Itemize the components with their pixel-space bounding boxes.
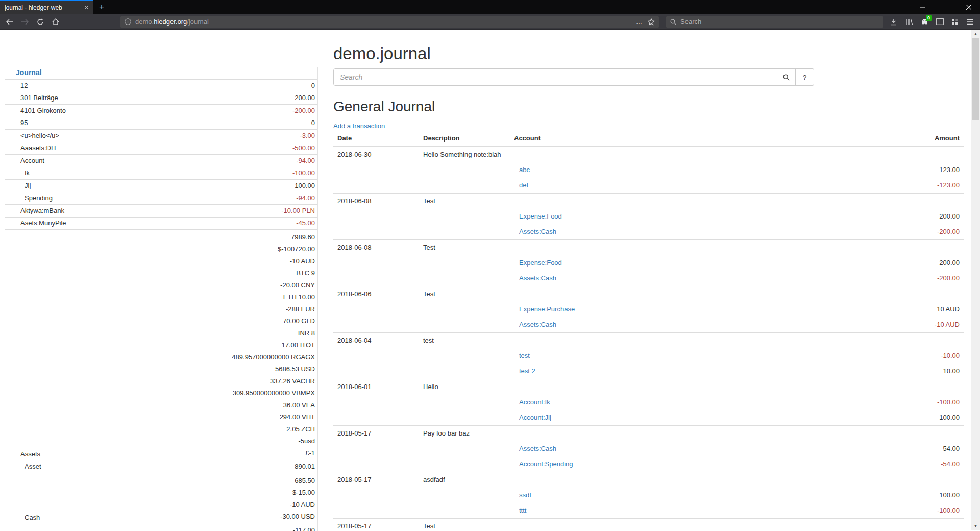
transaction-header-row[interactable]: 2018-05-17asdfadf [333, 472, 964, 488]
transaction-row: 2018-06-06TestExpense:Purchase10 AUDAsse… [333, 286, 964, 332]
sidebar-journal-link[interactable]: Journal [16, 68, 42, 77]
sidebar-account-link[interactable]: 12 [5, 81, 28, 91]
posting-account-link[interactable]: Assets:Cash [519, 274, 556, 282]
posting-account: Assets:Cash [510, 317, 872, 332]
extensions-grid-icon[interactable] [947, 15, 963, 29]
sidebar-table: Journal 120301 Beiträge200.004101 Giroko… [5, 67, 318, 531]
balance-amount: -5usd [232, 435, 315, 447]
site-info-icon[interactable] [125, 18, 131, 25]
posting-account-link[interactable]: Expense:Food [519, 259, 562, 267]
menu-hamburger-icon[interactable] [963, 15, 978, 29]
scrollbar-up-icon[interactable]: ▲ [971, 30, 980, 38]
balance-amount: £-1 [232, 447, 315, 460]
ghostery-extension-icon[interactable]: 0 [917, 15, 932, 29]
sidebar-account-link[interactable]: 4101 Girokonto [5, 106, 66, 116]
posting-account-link[interactable]: Assets:Cash [519, 228, 556, 235]
sidebar-account-link[interactable]: <u>hello</u> [5, 131, 59, 141]
transaction-date: 2018-06-01 [333, 379, 419, 395]
add-transaction-link[interactable]: Add a transaction [333, 122, 385, 131]
transaction-header-row[interactable]: 2018-06-08Test [333, 240, 964, 255]
posting-row: tttt-100.00 [333, 503, 964, 518]
sidebar-account-link[interactable]: Jij [5, 181, 31, 191]
posting-spacer [419, 364, 510, 379]
new-tab-button[interactable]: + [93, 0, 110, 14]
posting-spacer [419, 209, 510, 224]
reload-button[interactable] [33, 15, 48, 29]
browser-search-input[interactable]: Search [666, 16, 883, 28]
window-restore-button[interactable] [934, 0, 957, 14]
balance-amount: ETH 10.00 [232, 291, 315, 303]
balance-amount: BTC 9 [232, 267, 315, 279]
sidebar-account-balance: -94.00 [296, 194, 315, 203]
posting-account-link[interactable]: Expense:Purchase [519, 305, 575, 313]
posting-amount: -100.00 [872, 395, 964, 410]
browser-tab[interactable]: journal - hledger-web [0, 0, 93, 14]
sidebar-account-link[interactable]: Account [5, 156, 44, 166]
page-actions-icon[interactable]: … [633, 18, 646, 26]
posting-account-link[interactable]: tttt [519, 506, 526, 514]
forward-button[interactable] [17, 15, 33, 29]
sidebar-account-link[interactable]: Asets:MunyPile [5, 219, 66, 228]
sidebar-account-link[interactable]: Aktywa:mBank [5, 206, 64, 216]
posting-row: Account:Jij100.00 [333, 410, 964, 425]
posting-account-link[interactable]: Account:Spending [519, 460, 573, 468]
posting-account-link[interactable]: def [519, 181, 528, 189]
window-close-button[interactable] [957, 0, 980, 14]
transaction-header-row[interactable]: 2018-06-06Test [333, 286, 964, 302]
transaction-header-row[interactable]: 2018-06-01Hello [333, 379, 964, 395]
journal-main: demo.journal ? General Journal Add a tra… [321, 30, 980, 530]
search-submit-button[interactable] [777, 68, 796, 86]
posting-row: Account:Ik-100.00 [333, 395, 964, 410]
posting-account: Account:Spending [510, 456, 872, 472]
posting-account-link[interactable]: Expense:Food [519, 212, 562, 220]
transaction-date: 2018-06-06 [333, 286, 419, 302]
sidebar-account-row: 950 [5, 117, 317, 130]
bookmark-star-icon[interactable] [646, 18, 655, 26]
sidebar-account-link[interactable]: Spending [5, 194, 53, 203]
sidebar-account-balance: -45.00 [296, 219, 315, 228]
posting-row: Assets:Cash-200.00 [333, 271, 964, 286]
search-help-button[interactable]: ? [796, 68, 814, 86]
sidebar-account-link[interactable]: 301 Beiträge [5, 93, 58, 103]
posting-amount: 10 AUD [872, 302, 964, 317]
sidebar-account-link[interactable]: Asset [5, 462, 41, 472]
home-button[interactable] [48, 15, 63, 29]
posting-spacer [419, 302, 510, 317]
journal-search-input[interactable] [333, 68, 777, 86]
transaction-header-row[interactable]: 2018-06-30Hello Something note:blah [333, 147, 964, 162]
back-button[interactable] [2, 15, 17, 29]
library-icon[interactable] [901, 15, 917, 29]
scrollbar-thumb[interactable] [972, 38, 979, 120]
window-minimize-button[interactable] [911, 0, 934, 14]
posting-account-link[interactable]: test 2 [519, 367, 535, 375]
posting-account-link[interactable]: test [519, 352, 530, 359]
balance-amount: -10 AUD [280, 499, 315, 511]
transaction-header-row[interactable]: 2018-06-04test [333, 333, 964, 348]
posting-account-link[interactable]: Assets:Cash [519, 321, 556, 328]
sidebar-account-link[interactable]: Aaasets:DH [5, 143, 56, 153]
transaction-header-row[interactable]: 2018-05-17Test [333, 519, 964, 531]
posting-account-link[interactable]: Account:Jij [519, 414, 551, 421]
sidebar-account-link[interactable]: Assets [5, 450, 40, 460]
tab-close-icon[interactable] [81, 5, 89, 11]
url-bar[interactable]: demo.hledger.org/journal … [120, 16, 659, 28]
posting-account-link[interactable]: ssdf [519, 491, 531, 499]
posting-account-link[interactable]: Assets:Cash [519, 445, 556, 452]
posting-account-link[interactable]: Account:Ik [519, 398, 550, 406]
balance-amount: $-15.00 [280, 487, 315, 499]
browser-search-placeholder: Search [680, 18, 701, 26]
transaction-header-row[interactable]: 2018-06-08Test [333, 194, 964, 209]
posting-spacer [333, 441, 419, 456]
transaction-header-row[interactable]: 2018-05-17Pay foo bar baz [333, 426, 964, 441]
sidebar-account-link[interactable]: 95 [5, 118, 28, 128]
posting-spacer [419, 488, 510, 503]
sidebar-account-link[interactable]: Ik [5, 168, 30, 178]
transaction-spacer [872, 240, 964, 255]
download-icon[interactable] [886, 15, 901, 29]
scrollbar-down-icon[interactable]: ▼ [971, 522, 980, 530]
posting-account-link[interactable]: abc [519, 166, 530, 174]
sidebar-account-link[interactable]: Cash [5, 513, 40, 523]
page-scrollbar[interactable]: ▲ ▼ [971, 30, 980, 530]
posting-spacer [419, 255, 510, 271]
sidebars-icon[interactable] [932, 15, 947, 29]
